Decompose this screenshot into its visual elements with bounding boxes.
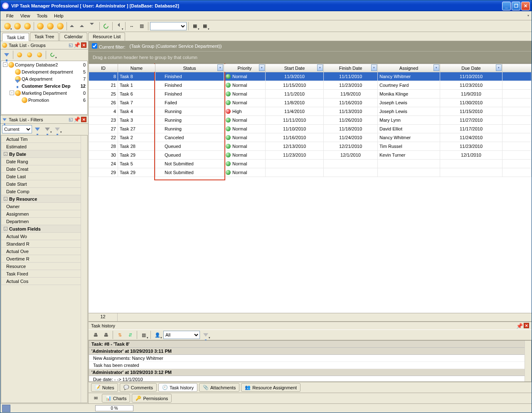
- groups-new-btn[interactable]: [15, 50, 24, 59]
- column-priority[interactable]: Priority▾: [224, 64, 266, 72]
- btab-task-history[interactable]: 🕘Task history: [158, 383, 197, 392]
- filter-item[interactable]: Departmen▾: [1, 218, 87, 225]
- groups-refresh-btn[interactable]: ▾: [48, 50, 57, 59]
- filter-checkbox-label[interactable]: Current filter:: [92, 43, 126, 49]
- tb-copy[interactable]: [46, 22, 55, 31]
- task-grid[interactable]: IDNameStatus▾Priority▾Start Date▾Finish …: [89, 64, 532, 313]
- column-id[interactable]: ID: [89, 64, 118, 72]
- filter-item[interactable]: Actual Tim▾: [1, 135, 87, 143]
- filter-item[interactable]: Overtime R▾: [1, 255, 87, 263]
- menubar-overflow-icon[interactable]: ▾: [527, 14, 529, 17]
- filter-item[interactable]: Date Comp▾: [1, 188, 87, 195]
- tb-delete-task[interactable]: [23, 22, 32, 31]
- close-panel-icon[interactable]: ✕: [81, 117, 86, 122]
- hist-filter-combo[interactable]: All: [163, 331, 200, 339]
- tab-calendar[interactable]: Calendar: [59, 32, 87, 41]
- tb-columns[interactable]: ▥: [137, 22, 146, 31]
- statusbar-icon[interactable]: [2, 405, 10, 412]
- table-row[interactable]: 25Task 6FinishedNormal11/1/201011/9/2010…: [89, 90, 532, 98]
- tb-edit-task[interactable]: [13, 22, 22, 31]
- table-row[interactable]: 23Task 3RunningNormal11/11/201011/26/201…: [89, 116, 532, 125]
- group-by-bar[interactable]: Drag a column header here to group by th…: [89, 51, 532, 64]
- column-due-date[interactable]: Due Date▾: [440, 64, 502, 72]
- filter-apply-btn[interactable]: [33, 125, 42, 134]
- column-filter-icon[interactable]: ▾: [317, 64, 323, 71]
- filter-item[interactable]: Date Rang▾: [1, 158, 87, 165]
- filter-preset-combo[interactable]: Current: [2, 125, 32, 133]
- menu-file[interactable]: File: [3, 12, 17, 19]
- tb-new-task[interactable]: ▾: [3, 22, 12, 31]
- table-row[interactable]: 29Task 29Not SubmittedNormal: [89, 168, 532, 177]
- pin-icon[interactable]: 📌: [516, 323, 523, 329]
- btab2-charts[interactable]: 📊Charts: [102, 394, 130, 403]
- restore-icon[interactable]: ◱: [69, 117, 73, 122]
- filter-clear-btn[interactable]: ▾: [53, 125, 62, 134]
- hist-user[interactable]: 👤▾: [153, 330, 162, 339]
- tb-move-top[interactable]: [79, 22, 88, 31]
- close-button[interactable]: ✕: [521, 2, 530, 10]
- tb-paste[interactable]: [56, 22, 65, 31]
- groups-del-btn[interactable]: [35, 50, 44, 59]
- tb-export2[interactable]: ▦▾: [200, 22, 209, 31]
- filter-item[interactable]: Resource▾: [1, 263, 87, 270]
- mail-icon[interactable]: ✉: [91, 394, 100, 403]
- table-row[interactable]: 24Task 5Not SubmittedNormal: [89, 160, 532, 168]
- btab2-permissions[interactable]: 🔑Permissions: [132, 394, 172, 403]
- filter-checkbox[interactable]: [92, 43, 97, 49]
- column-start-date[interactable]: Start Date▾: [266, 64, 324, 72]
- column-status[interactable]: Status▾: [155, 64, 224, 72]
- btab-comments[interactable]: 💬Comments: [120, 383, 157, 392]
- tree-expander-icon[interactable]: -: [10, 91, 14, 95]
- hist-expand[interactable]: ⇅: [115, 330, 124, 339]
- filters-list[interactable]: Actual Tim▾Estimated▾-By DateDate Rang▾D…: [1, 135, 88, 403]
- tree-node[interactable]: -Company Database20: [1, 61, 87, 68]
- btab-attachments[interactable]: 📎Attachments: [199, 383, 239, 392]
- restore-icon[interactable]: ◱: [69, 42, 73, 48]
- filter-item[interactable]: Task Fixed▾: [1, 270, 87, 278]
- pin-icon[interactable]: 📌: [74, 116, 80, 123]
- close-panel-icon[interactable]: ✕: [81, 42, 86, 48]
- filter-item[interactable]: Actual Wo▾: [1, 233, 87, 240]
- filter-group[interactable]: -By Resource: [1, 195, 87, 203]
- filter-item[interactable]: Estimated▾: [1, 143, 87, 150]
- column-filter-icon[interactable]: ▾: [217, 64, 223, 71]
- column-filter-icon[interactable]: ▾: [371, 64, 377, 71]
- hist-print2[interactable]: 🖶: [101, 330, 111, 339]
- tb-move-down[interactable]: [89, 22, 98, 31]
- menu-tools[interactable]: Tools: [33, 12, 51, 19]
- menu-help[interactable]: Help: [51, 12, 67, 19]
- scrollbar[interactable]: [81, 135, 87, 403]
- tree-node[interactable]: Promotion6: [1, 96, 87, 103]
- tb-refresh[interactable]: [101, 22, 111, 31]
- column-filter-icon[interactable]: ▾: [496, 64, 502, 71]
- group-expander-icon[interactable]: -: [4, 227, 7, 231]
- pin-icon[interactable]: 📌: [74, 42, 80, 48]
- filter-save-btn[interactable]: ▾: [43, 125, 52, 134]
- btab-notes[interactable]: 📝Notes: [91, 383, 118, 392]
- table-row[interactable]: 4Task 4RunningHigh11/4/201011/13/2010Jos…: [89, 107, 532, 116]
- tb-zoom-combo[interactable]: [150, 22, 187, 30]
- scrollbar[interactable]: [525, 341, 531, 381]
- filter-item[interactable]: Date Last▾: [1, 173, 87, 180]
- groups-filter-btn[interactable]: [2, 50, 11, 59]
- group-expander-icon[interactable]: -: [4, 197, 7, 201]
- tb-fit[interactable]: ↔: [127, 22, 136, 31]
- table-row[interactable]: 30Task 29QueuedNormal11/23/201012/1/2010…: [89, 151, 532, 160]
- tab-task-tree[interactable]: Task Tree: [30, 32, 59, 41]
- filter-item[interactable]: Date Creat▾: [1, 165, 87, 173]
- filter-item[interactable]: Standard R▾: [1, 240, 87, 248]
- tree-expander-icon[interactable]: -: [3, 62, 7, 67]
- tree-node[interactable]: Development department5: [1, 68, 87, 75]
- groups-edit-btn[interactable]: [25, 50, 34, 59]
- table-row[interactable]: 28Task 28QueuedNormal12/13/201012/21/201…: [89, 142, 532, 151]
- history-body[interactable]: Task: #8 - 'Task 8' 'Administrator' at 1…: [89, 340, 532, 382]
- filter-group[interactable]: -Custom Fields: [1, 225, 87, 233]
- tb-cut[interactable]: [36, 22, 45, 31]
- tb-move-up[interactable]: [69, 22, 78, 31]
- hist-collapse[interactable]: ⇵: [126, 330, 135, 339]
- tree-node[interactable]: Customer Service Dep12: [1, 82, 87, 89]
- column-assigned[interactable]: Assigned▾: [378, 64, 440, 72]
- table-row[interactable]: 21Task 1FinishedNormal11/15/201011/23/20…: [89, 81, 532, 90]
- filter-item[interactable]: Assignmen▾: [1, 210, 87, 218]
- group-expander-icon[interactable]: -: [4, 152, 7, 156]
